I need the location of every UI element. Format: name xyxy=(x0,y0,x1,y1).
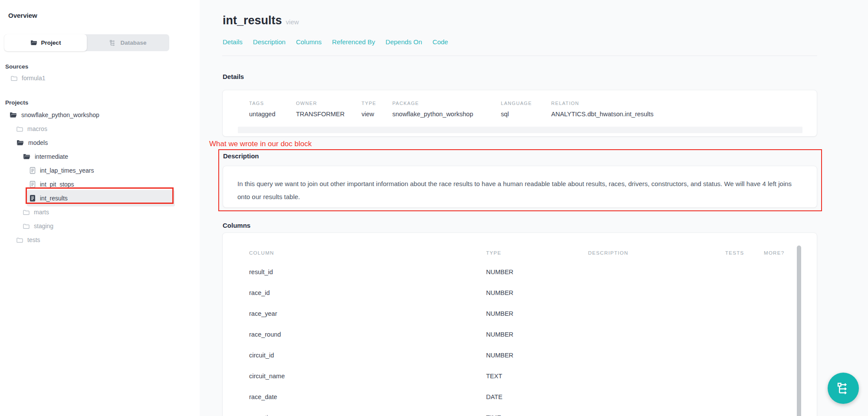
column-name-cell: result_id xyxy=(249,269,273,275)
column-name-cell: circuit_name xyxy=(249,373,285,380)
model-type-badge: view xyxy=(286,18,299,26)
tab-details[interactable]: Details xyxy=(223,38,243,46)
table-row[interactable]: race_time TIME xyxy=(223,414,796,416)
tree-item-staging[interactable]: staging xyxy=(0,219,200,233)
column-name-cell: circuit_id xyxy=(249,352,274,359)
table-row[interactable]: circuit_id NUMBER xyxy=(223,352,796,360)
field-label: PACKAGE xyxy=(392,101,419,106)
detail-tabs: Details Description Columns Referenced B… xyxy=(223,38,448,46)
column-header-tests: TESTS xyxy=(725,250,744,255)
column-type-cell: NUMBER xyxy=(486,310,513,317)
field-label: OWNER xyxy=(296,101,317,106)
tab-referenced-by[interactable]: Referenced By xyxy=(332,38,375,46)
field-label: TYPE xyxy=(362,101,376,106)
project-tree: snowflake_python_workshop macros models … xyxy=(0,108,200,247)
column-header-column: COLUMN xyxy=(249,250,274,255)
table-row[interactable]: circuit_name TEXT xyxy=(223,373,796,381)
lineage-graph-icon xyxy=(836,381,850,395)
tree-item-label: tests xyxy=(27,236,40,243)
tree-item-tests[interactable]: tests xyxy=(0,233,200,247)
model-file-icon xyxy=(30,167,36,174)
tree-item-macros[interactable]: macros xyxy=(0,122,200,136)
table-row[interactable]: race_id NUMBER xyxy=(223,289,796,298)
column-type-cell: NUMBER xyxy=(486,269,513,275)
table-row[interactable]: race_round NUMBER xyxy=(223,331,796,340)
column-type-cell: NUMBER xyxy=(486,289,513,296)
details-card-footer-bar xyxy=(238,127,802,133)
table-row[interactable]: race_date DATE xyxy=(223,393,796,402)
tree-item-snowflake-python-workshop[interactable]: snowflake_python_workshop xyxy=(0,108,200,122)
sources-section-label: Sources xyxy=(5,63,28,70)
field-value: ANALYTICS.dbt_hwatson.int_results xyxy=(551,111,654,118)
column-name-cell: race_round xyxy=(249,331,281,338)
doc-block-annotation-text: What we wrote in our doc block xyxy=(209,140,312,148)
folder-closed-icon xyxy=(23,210,30,215)
tab-description[interactable]: Description xyxy=(253,38,286,46)
table-row[interactable]: result_id NUMBER xyxy=(223,269,796,277)
tab-columns[interactable]: Columns xyxy=(296,38,322,46)
overview-link[interactable]: Overview xyxy=(8,12,37,19)
tree-item-marts[interactable]: marts xyxy=(0,205,200,219)
view-toggle: Project Database xyxy=(4,34,169,51)
tab-depends-on[interactable]: Depends On xyxy=(385,38,422,46)
column-type-cell: TEXT xyxy=(486,373,502,380)
model-file-icon xyxy=(30,181,36,188)
folder-closed-icon xyxy=(23,223,30,229)
database-toggle-label: Database xyxy=(120,39,146,46)
folder-closed-icon xyxy=(16,237,23,243)
column-type-cell: NUMBER xyxy=(486,331,513,338)
column-header-more: MORE? xyxy=(764,250,784,255)
field-label: TAGS xyxy=(249,101,264,106)
sidebar-item-formula1[interactable]: formula1 xyxy=(11,72,45,84)
tree-item-label: intermediate xyxy=(35,153,68,160)
project-toggle-button[interactable]: Project xyxy=(4,34,87,51)
column-name-cell: race_time xyxy=(249,414,277,416)
tree-item-label: int_pit_stops xyxy=(40,181,74,188)
description-section-heading: Description xyxy=(223,152,259,160)
tree-item-intermediate[interactable]: intermediate xyxy=(0,150,200,164)
model-name: int_results xyxy=(223,14,282,27)
columns-card: COLUMN TYPE DESCRIPTION TESTS MORE? resu… xyxy=(222,233,817,416)
column-type-cell: TIME xyxy=(486,414,501,416)
dbt-docs-app: Overview Project Database Sources formul… xyxy=(0,0,868,416)
tree-item-int-results-selected[interactable]: int_results xyxy=(0,191,200,205)
projects-section-label: Projects xyxy=(5,99,28,106)
tree-item-label: staging xyxy=(34,223,53,229)
field-value: untagged xyxy=(249,111,275,118)
tree-item-label: macros xyxy=(27,125,47,132)
tree-item-label: snowflake_python_workshop xyxy=(21,111,99,118)
page-title: int_resultsview xyxy=(223,14,299,27)
project-toggle-label: Project xyxy=(41,39,61,46)
tree-item-models[interactable]: models xyxy=(0,136,200,150)
tree-item-int-pit-stops[interactable]: int_pit_stops xyxy=(0,177,200,191)
table-scrollbar[interactable] xyxy=(797,246,801,416)
folder-open-icon xyxy=(23,154,30,160)
lineage-graph-fab[interactable] xyxy=(828,373,859,404)
folder-open-icon xyxy=(10,112,17,118)
column-type-cell: NUMBER xyxy=(486,352,513,359)
field-label: LANGUAGE xyxy=(501,101,532,106)
details-card: TAGS untagged OWNER TRANSFORMER TYPE vie… xyxy=(222,90,817,137)
tab-code[interactable]: Code xyxy=(433,38,448,46)
folder-open-icon xyxy=(30,40,37,46)
folder-closed-icon xyxy=(11,75,17,81)
field-value: snowflake_python_workshop xyxy=(392,111,473,118)
column-name-cell: race_id xyxy=(249,289,270,296)
tree-item-label: int_results xyxy=(40,195,68,202)
field-label: RELATION xyxy=(551,101,579,106)
tree-item-label: models xyxy=(28,139,48,146)
column-name-cell: race_date xyxy=(249,393,277,400)
tree-item-label: int_lap_times_years xyxy=(40,167,94,174)
database-toggle-button[interactable]: Database xyxy=(87,34,169,51)
field-value: view xyxy=(362,111,374,118)
database-tree-icon xyxy=(109,39,116,46)
column-header-type: TYPE xyxy=(486,250,501,255)
source-label: formula1 xyxy=(22,75,45,82)
tree-item-label: marts xyxy=(34,209,49,216)
tree-item-int-lap-times-years[interactable]: int_lap_times_years xyxy=(0,164,200,177)
table-row[interactable]: race_year NUMBER xyxy=(223,310,796,319)
details-section-heading: Details xyxy=(223,73,244,80)
sidebar: Overview Project Database Sources formul… xyxy=(0,0,200,416)
column-type-cell: DATE xyxy=(486,393,503,400)
description-card: In this query we want to join out other … xyxy=(223,166,817,208)
